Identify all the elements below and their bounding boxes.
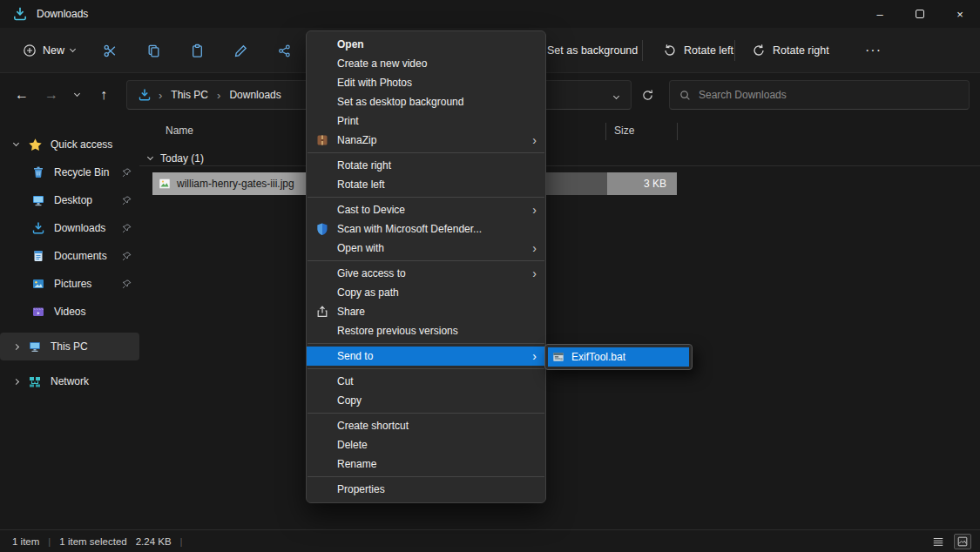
context-menu-item-give-access-to[interactable]: Give access to › bbox=[307, 264, 545, 283]
menu-divider bbox=[308, 260, 544, 261]
context-menu-item-restore-previous-versions[interactable]: Restore previous versions bbox=[307, 321, 545, 340]
details-view-button[interactable] bbox=[929, 534, 947, 549]
sidebar-item-pictures[interactable]: Pictures bbox=[0, 270, 139, 298]
more-options-button[interactable]: ··· bbox=[858, 35, 889, 66]
copy-button[interactable] bbox=[136, 35, 171, 66]
context-menu-item-scan-with-microsoft-defender[interactable]: Scan with Microsoft Defender... bbox=[307, 219, 545, 239]
up-button[interactable]: ↑ bbox=[89, 79, 118, 111]
recent-locations-button[interactable] bbox=[66, 79, 87, 111]
file-explorer-window: Downloads – × New bbox=[0, 0, 980, 552]
sidebar-item-label: Desktop bbox=[54, 194, 92, 206]
column-divider[interactable] bbox=[605, 123, 606, 140]
videos-icon bbox=[31, 305, 46, 320]
file-size-cell: 3 KB bbox=[607, 172, 677, 195]
share-button[interactable] bbox=[267, 35, 301, 66]
rotate-right-button[interactable]: Rotate right bbox=[745, 35, 836, 66]
item-count: 1 item bbox=[12, 536, 39, 547]
close-button[interactable]: × bbox=[940, 0, 980, 28]
menu-divider bbox=[308, 476, 544, 477]
context-menu-item-open[interactable]: Open bbox=[307, 35, 545, 54]
context-menu-item-cut[interactable]: Cut bbox=[307, 372, 545, 391]
chevron-down-icon bbox=[70, 46, 76, 52]
new-button[interactable]: New bbox=[14, 38, 84, 63]
recycle-bin-icon bbox=[31, 165, 46, 180]
column-header-name[interactable]: Name bbox=[166, 125, 193, 137]
context-menu-item-copy-as-path[interactable]: Copy as path bbox=[307, 283, 545, 302]
breadcrumb-this-pc[interactable]: This PC bbox=[169, 87, 210, 103]
star-icon bbox=[28, 138, 43, 152]
chevron-right-icon[interactable] bbox=[9, 380, 23, 384]
cut-button[interactable] bbox=[92, 35, 127, 66]
rotate-right-icon bbox=[752, 44, 766, 57]
chevron-down-icon[interactable] bbox=[9, 144, 23, 145]
menu-divider bbox=[308, 368, 544, 369]
file-list-pane: Name Size Today (1) 3 KB william-henry-g… bbox=[139, 117, 980, 529]
context-menu-item-send-to[interactable]: Send to › bbox=[307, 347, 545, 366]
context-menu-item-create-a-new-video[interactable]: Create a new video bbox=[307, 54, 545, 73]
context-menu-item-cast-to-device[interactable]: Cast to Device › bbox=[307, 200, 545, 219]
sidebar-item-recycle-bin[interactable]: Recycle Bin bbox=[0, 158, 139, 186]
rotate-left-button[interactable]: Rotate left bbox=[656, 35, 740, 66]
search-input[interactable] bbox=[699, 89, 960, 101]
sidebar-item-network[interactable]: Network bbox=[0, 367, 139, 395]
context-menu-item-delete[interactable]: Delete bbox=[307, 435, 545, 454]
back-icon: ← bbox=[15, 87, 29, 103]
rename-button[interactable] bbox=[223, 35, 258, 66]
new-button-label: New bbox=[43, 44, 64, 57]
column-header-size[interactable]: Size bbox=[614, 125, 634, 137]
context-menu-item-copy[interactable]: Copy bbox=[307, 391, 545, 410]
sidebar-item-label: Videos bbox=[54, 306, 85, 318]
context-menu-item-create-shortcut[interactable]: Create shortcut bbox=[307, 416, 545, 435]
back-button[interactable]: ← bbox=[7, 79, 37, 111]
context-menu-item-rotate-right[interactable]: Rotate right bbox=[307, 156, 545, 175]
maximize-icon bbox=[916, 10, 924, 18]
defender-shield-icon bbox=[315, 222, 329, 236]
downloads-folder-icon bbox=[12, 6, 28, 22]
submenu-item-exiftool[interactable]: ExifTool.bat bbox=[548, 347, 689, 367]
breadcrumb-separator: › bbox=[217, 89, 220, 102]
forward-button[interactable]: → bbox=[37, 79, 66, 111]
file-row[interactable]: 3 KB william-henry-gates-iii.jpg bbox=[139, 172, 980, 195]
search-icon bbox=[679, 89, 692, 102]
this-pc-icon bbox=[28, 340, 43, 354]
sidebar-item-desktop[interactable]: Desktop bbox=[0, 186, 139, 214]
address-dropdown-button[interactable] bbox=[614, 89, 618, 101]
sidebar-item-quick-access[interactable]: Quick access bbox=[0, 131, 139, 158]
context-menu-item-rename[interactable]: Rename bbox=[307, 454, 545, 474]
context-menu-item-edit-with-photos[interactable]: Edit with Photos bbox=[307, 73, 545, 92]
sidebar-item-documents[interactable]: Documents bbox=[0, 242, 139, 270]
maximize-button[interactable] bbox=[900, 0, 940, 28]
rotate-right-label: Rotate right bbox=[773, 44, 829, 57]
up-icon: ↑ bbox=[100, 87, 107, 103]
refresh-button[interactable] bbox=[634, 82, 660, 108]
context-menu-item-nanazip[interactable]: NanaZip › bbox=[307, 131, 545, 150]
chevron-down-icon bbox=[147, 154, 153, 160]
context-menu-item-properties[interactable]: Properties bbox=[307, 480, 545, 499]
toolbar-divider bbox=[734, 40, 735, 61]
breadcrumb-downloads[interactable]: Downloads bbox=[227, 87, 282, 103]
large-icons-view-button[interactable] bbox=[954, 534, 971, 549]
paste-button[interactable] bbox=[179, 35, 214, 66]
selection-count: 1 item selected bbox=[59, 536, 126, 547]
context-menu-item-set-as-desktop-background[interactable]: Set as desktop background bbox=[307, 92, 545, 111]
context-menu-item-print[interactable]: Print bbox=[307, 111, 545, 131]
search-box[interactable] bbox=[669, 80, 970, 110]
chevron-right-icon[interactable] bbox=[9, 345, 23, 349]
column-divider[interactable] bbox=[677, 123, 678, 140]
submenu-arrow-icon: › bbox=[532, 200, 537, 219]
submenu-arrow-icon: › bbox=[532, 347, 537, 366]
sidebar-item-downloads[interactable]: Downloads bbox=[0, 214, 139, 242]
context-menu-item-rotate-left[interactable]: Rotate left bbox=[307, 175, 545, 194]
context-menu-item-open-with[interactable]: Open with › bbox=[307, 239, 545, 258]
forward-icon: → bbox=[44, 87, 58, 103]
share-icon bbox=[277, 44, 292, 58]
ellipsis-icon: ··· bbox=[865, 43, 882, 58]
group-header-today[interactable]: Today (1) bbox=[148, 151, 204, 165]
window-title: Downloads bbox=[37, 8, 88, 20]
submenu-arrow-icon: › bbox=[532, 131, 537, 150]
context-menu-item-share[interactable]: Share bbox=[307, 302, 545, 321]
file-name-cell[interactable]: william-henry-gates-iii.jpg bbox=[152, 172, 306, 195]
sidebar-item-videos[interactable]: Videos bbox=[0, 298, 139, 326]
sidebar-item-this-pc[interactable]: This PC bbox=[0, 333, 139, 360]
minimize-button[interactable]: – bbox=[860, 0, 900, 28]
